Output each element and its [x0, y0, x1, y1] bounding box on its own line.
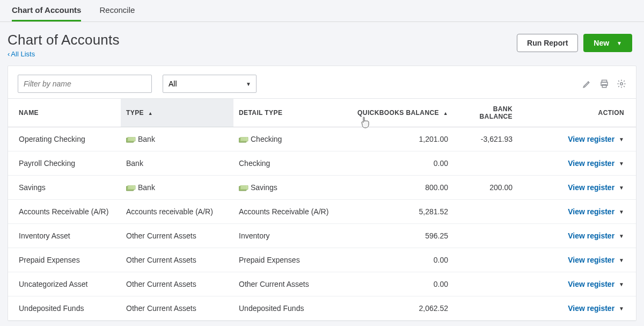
- page-title: Chart of Accounts: [8, 32, 120, 48]
- cell-type: Bank: [121, 151, 233, 176]
- chevron-down-icon: ▼: [617, 40, 622, 46]
- cell-quickbooks-balance: 0.00: [352, 272, 453, 296]
- column-header-qb-label: QUICKBOOKS BALANCE: [357, 109, 439, 117]
- money-icon: [239, 185, 247, 191]
- view-register-link[interactable]: View register▼: [568, 256, 624, 264]
- cell-name: Savings: [8, 176, 121, 200]
- view-register-link[interactable]: View register▼: [568, 159, 624, 168]
- column-header-action: ACTION: [518, 99, 636, 127]
- accounts-table: NAME TYPE ▲ DETAIL TYPE QUICKBOOKS BALAN…: [8, 98, 636, 321]
- svg-rect-12: [128, 185, 135, 190]
- cell-quickbooks-balance: 5,281.52: [352, 200, 453, 224]
- cell-detail-type: Other Current Assets: [233, 272, 352, 296]
- column-header-detail-type[interactable]: DETAIL TYPE: [233, 99, 352, 127]
- money-icon: [126, 137, 135, 142]
- table-row: Uncategorized AssetOther Current AssetsO…: [8, 272, 636, 296]
- chevron-down-icon[interactable]: ▼: [619, 209, 624, 215]
- cell-bank-balance: -3,621.93: [453, 127, 518, 151]
- cell-action: View register▼: [518, 176, 636, 200]
- cell-detail-type: Checking: [233, 127, 352, 151]
- cell-type: Bank: [121, 127, 233, 151]
- cell-action: View register▼: [518, 296, 636, 321]
- cell-bank-balance: [453, 224, 518, 248]
- cell-quickbooks-balance: 2,062.52: [352, 296, 453, 321]
- cell-detail-type: Prepaid Expenses: [233, 248, 352, 272]
- cell-name: Prepaid Expenses: [8, 248, 121, 272]
- cell-bank-balance: [453, 296, 518, 321]
- print-icon[interactable]: [599, 79, 609, 89]
- new-button[interactable]: New ▼: [583, 34, 632, 52]
- chevron-down-icon[interactable]: ▼: [619, 233, 624, 239]
- table-row: Prepaid ExpensesOther Current AssetsPrep…: [8, 248, 636, 272]
- table-row: Undeposited FundsOther Current AssetsUnd…: [8, 296, 636, 321]
- gear-icon[interactable]: [617, 79, 626, 89]
- pencil-icon[interactable]: [582, 79, 592, 89]
- sort-ascending-icon: ▲: [148, 111, 153, 116]
- table-row: Inventory AssetOther Current AssetsInven…: [8, 224, 636, 248]
- table-row: Accounts Receivable (A/R)Accounts receiv…: [8, 200, 636, 224]
- svg-rect-9: [240, 137, 248, 141]
- money-icon: [126, 185, 135, 191]
- cell-detail-type: Checking: [233, 151, 352, 176]
- view-register-link[interactable]: View register▼: [568, 280, 624, 288]
- tab-chart-of-accounts[interactable]: Chart of Accounts: [12, 0, 81, 21]
- cell-quickbooks-balance: 1,201.00: [352, 127, 453, 151]
- cell-name: Inventory Asset: [8, 224, 121, 248]
- cell-detail-type: Savings: [233, 176, 352, 200]
- chevron-down-icon[interactable]: ▼: [619, 281, 624, 287]
- cell-action: View register▼: [518, 127, 636, 151]
- cell-name: Accounts Receivable (A/R): [8, 200, 121, 224]
- table-toolbar: All ▼: [8, 66, 636, 98]
- view-register-link[interactable]: View register▼: [568, 231, 624, 240]
- view-register-link[interactable]: View register▼: [568, 207, 624, 216]
- cell-action: View register▼: [518, 151, 636, 176]
- svg-rect-15: [240, 185, 248, 190]
- view-register-link[interactable]: View register▼: [568, 304, 624, 313]
- cell-bank-balance: [453, 200, 518, 224]
- cell-detail-type: Inventory: [233, 224, 352, 248]
- cell-detail-type: Undeposited Funds: [233, 296, 352, 321]
- cell-type: Other Current Assets: [121, 272, 233, 296]
- cell-quickbooks-balance: 0.00: [352, 248, 453, 272]
- cell-bank-balance: [453, 248, 518, 272]
- cell-quickbooks-balance: 800.00: [352, 176, 453, 200]
- cell-name: Payroll Checking: [8, 151, 121, 176]
- back-all-lists-link[interactable]: ‹ All Lists: [8, 50, 35, 58]
- filter-name-input[interactable]: [18, 75, 152, 93]
- run-report-button[interactable]: Run Report: [517, 34, 578, 52]
- cell-type: Other Current Assets: [121, 248, 233, 272]
- column-header-name[interactable]: NAME: [8, 99, 121, 127]
- cell-action: View register▼: [518, 224, 636, 248]
- cell-quickbooks-balance: 596.25: [352, 224, 453, 248]
- cell-quickbooks-balance: 0.00: [352, 151, 453, 176]
- new-button-label: New: [594, 39, 609, 47]
- type-filter-select[interactable]: All: [163, 75, 257, 93]
- cell-name: Uncategorized Asset: [8, 272, 121, 296]
- chevron-down-icon[interactable]: ▼: [619, 185, 624, 191]
- column-header-bank-balance[interactable]: BANK BALANCE: [453, 99, 518, 127]
- sort-ascending-icon: ▲: [443, 111, 448, 116]
- view-register-link[interactable]: View register▼: [568, 135, 624, 143]
- chevron-down-icon[interactable]: ▼: [619, 257, 624, 263]
- view-register-link[interactable]: View register▼: [568, 183, 624, 192]
- table-row: SavingsBankSavings800.00200.00View regis…: [8, 176, 636, 200]
- table-row: Operating CheckingBankChecking1,201.00-3…: [8, 127, 636, 151]
- column-header-type[interactable]: TYPE ▲: [121, 99, 233, 127]
- cell-type: Other Current Assets: [121, 224, 233, 248]
- cell-bank-balance: 200.00: [453, 176, 518, 200]
- cell-detail-type: Accounts Receivable (A/R): [233, 200, 352, 224]
- chevron-down-icon[interactable]: ▼: [619, 161, 624, 166]
- cell-action: View register▼: [518, 248, 636, 272]
- cell-action: View register▼: [518, 272, 636, 296]
- chevron-left-icon: ‹: [8, 50, 10, 58]
- cell-bank-balance: [453, 151, 518, 176]
- cell-name: Operating Checking: [8, 127, 121, 151]
- tab-reconcile[interactable]: Reconcile: [99, 0, 135, 21]
- column-header-quickbooks-balance[interactable]: QUICKBOOKS BALANCE ▲: [352, 99, 453, 127]
- chevron-down-icon[interactable]: ▼: [619, 136, 624, 142]
- svg-point-3: [620, 83, 623, 85]
- page-header: Chart of Accounts ‹ All Lists Run Report…: [0, 22, 644, 63]
- chevron-down-icon[interactable]: ▼: [619, 306, 624, 311]
- back-link-label: All Lists: [11, 50, 35, 58]
- cell-type: Other Current Assets: [121, 296, 233, 321]
